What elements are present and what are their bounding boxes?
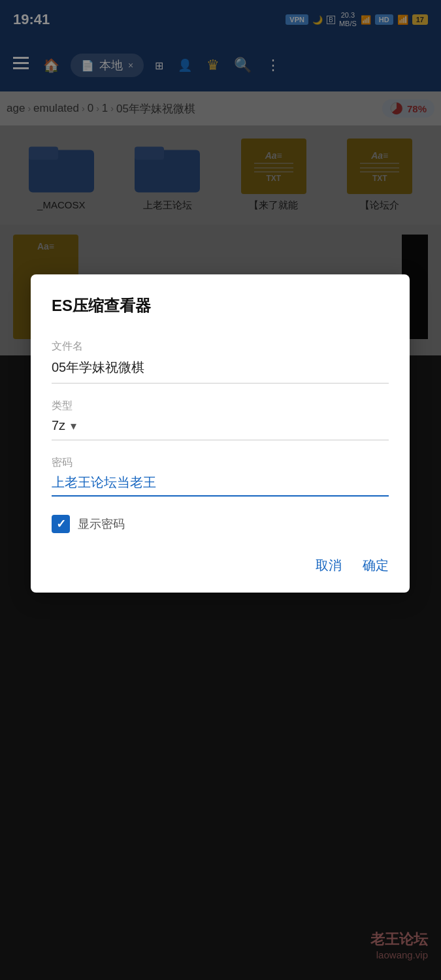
dropdown-arrow-icon: ▾ (71, 419, 76, 433)
cancel-button[interactable]: 取消 (316, 557, 342, 574)
confirm-button[interactable]: 确定 (363, 557, 389, 574)
dialog-actions: 取消 确定 (52, 557, 389, 574)
password-input[interactable] (52, 475, 389, 497)
checkbox-check-icon: ✓ (56, 517, 66, 531)
filename-section: 文件名 05年学妹祝微棋 (52, 340, 389, 384)
show-password-label: 显示密码 (78, 516, 125, 532)
type-section: 类型 7z ▾ (52, 399, 389, 440)
type-dropdown-row[interactable]: 7z ▾ (52, 418, 389, 440)
filename-value: 05年学妹祝微棋 (52, 359, 389, 384)
dialog-title: ES压缩查看器 (52, 295, 389, 316)
type-value: 7z (52, 418, 65, 433)
filename-label: 文件名 (52, 340, 389, 353)
password-section: 密码 (52, 456, 389, 510)
type-label: 类型 (52, 399, 389, 413)
show-password-checkbox[interactable]: ✓ (52, 515, 70, 533)
password-label: 密码 (52, 456, 389, 470)
show-password-row[interactable]: ✓ 显示密码 (52, 515, 389, 533)
es-compressor-dialog: ES压缩查看器 文件名 05年学妹祝微棋 类型 7z ▾ 密码 ✓ 显示密码 取… (31, 274, 410, 593)
